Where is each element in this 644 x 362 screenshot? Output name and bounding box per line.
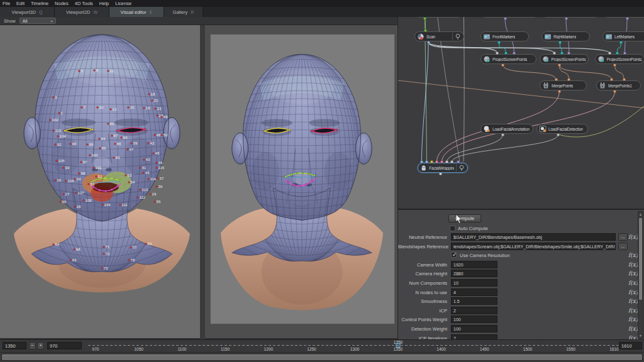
property-value-input[interactable]: 7 (451, 334, 497, 339)
expression-button[interactable]: f(x) (628, 298, 638, 304)
node-input-port[interactable] (440, 160, 443, 163)
expression-button[interactable]: f(x) (628, 270, 638, 277)
auto-compute-checkbox[interactable] (450, 226, 455, 231)
tab-viewport3d[interactable]: Viewport3DQ (0, 7, 55, 17)
expression-button[interactable]: f(x) (628, 234, 638, 240)
current-frame-marker[interactable] (396, 343, 400, 348)
node-input-port[interactable] (424, 29, 427, 32)
current-frame-input[interactable] (3, 342, 26, 349)
node-input-port[interactable] (435, 160, 438, 163)
graph-node-MergePoints[interactable]: MergePoints (540, 80, 587, 90)
node-input-port[interactable] (420, 160, 423, 163)
graph-node-ProjectScreenPoints1[interactable]: ProjectScreenPoints1 (540, 54, 589, 64)
property-value-input[interactable]: 4 (451, 288, 497, 296)
expression-button[interactable]: f(x) (628, 335, 638, 339)
range-start-input[interactable] (47, 342, 82, 349)
scrollbar-thumb[interactable] (639, 218, 642, 300)
node-input-port[interactable] (425, 160, 428, 163)
tab-viewport2d[interactable]: Viewport2DW (55, 7, 109, 17)
right-viewport-3d[interactable] (205, 25, 397, 338)
properties-scrollbar[interactable]: ▲ ▼ (638, 211, 643, 339)
graph-node-FrontMarkers[interactable]: FrontMarkers (480, 31, 529, 41)
menu-item-help[interactable]: Help (99, 1, 109, 6)
frame-increment-button[interactable]: + (37, 342, 44, 349)
menu-item-edit[interactable]: Edit (16, 1, 25, 6)
node-input-port[interactable] (513, 52, 516, 55)
property-value-input[interactable]: 1920 (451, 261, 497, 268)
expression-button[interactable]: f(x) (628, 326, 638, 332)
right-viewport-frame[interactable] (210, 34, 395, 324)
node-visibility-toggle[interactable] (452, 33, 462, 40)
expression-button[interactable]: f(x) (628, 307, 638, 314)
expression-button[interactable]: f(x) (628, 280, 638, 286)
node-visibility-toggle[interactable] (456, 164, 465, 172)
node-output-port[interactable] (501, 133, 504, 136)
node-output-port[interactable] (626, 17, 629, 20)
scrollbar-thumb[interactable] (2, 354, 642, 360)
property-value-input[interactable]: 10 (451, 279, 497, 287)
graph-node-ProjectScreenPoints2[interactable]: ProjectScreenPoints2 (595, 54, 644, 64)
node-output-port[interactable] (439, 172, 442, 175)
property-value-input[interactable]: 2 (451, 307, 497, 314)
node-input-port[interactable] (450, 160, 453, 163)
node-input-port[interactable] (430, 160, 433, 163)
node-input-port[interactable] (623, 78, 626, 81)
node-output-port[interactable] (558, 90, 561, 93)
property-checkbox[interactable] (451, 252, 457, 258)
node-output-port[interactable] (504, 17, 507, 20)
tab-gallery[interactable]: GalleryR (164, 7, 203, 17)
node-input-port[interactable] (567, 78, 570, 81)
menu-item-4d-tools[interactable]: 4D Tools (75, 1, 93, 6)
property-value-input[interactable]: 100 (451, 325, 497, 332)
graph-node-LoadFacialAnnotation[interactable]: LoadFacialAnnotation (480, 124, 533, 134)
node-input-port[interactable] (560, 52, 564, 55)
timeline-ruler[interactable] (88, 345, 619, 346)
scroll-up-icon[interactable]: ▲ (638, 212, 643, 217)
graph-node-Scan[interactable]: Scan (414, 31, 464, 41)
node-graph-panel[interactable]: ScanTextureFrontCameraRightCameraLeftCam… (397, 0, 644, 209)
left-viewport-3d[interactable]: 5811071013161918212324491102861031048487… (0, 25, 200, 338)
property-value-input[interactable]: 2880 (451, 270, 497, 277)
node-output-port[interactable] (565, 17, 568, 20)
node-input-port[interactable] (623, 52, 626, 55)
expression-button[interactable]: f(x) (628, 252, 638, 258)
tab-visual-editor[interactable]: Visual editorE (109, 7, 164, 17)
range-end-input[interactable] (619, 342, 642, 349)
frame-decrement-button[interactable]: − (29, 342, 36, 349)
menu-item-timeline[interactable]: Timeline (31, 1, 48, 6)
graph-node-RightMarkers[interactable]: RightMarkers (541, 31, 590, 41)
browse-button[interactable]: ... (618, 243, 628, 250)
node-output-port[interactable] (558, 41, 562, 44)
graph-node-LoadFacialDetection[interactable]: LoadFacialDetection (536, 124, 588, 134)
graph-node-MergePoints1[interactable]: MergePoints1 (596, 80, 641, 90)
node-input-port[interactable] (457, 160, 460, 163)
node-input-port[interactable] (555, 78, 558, 81)
node-output-port[interactable] (619, 41, 623, 44)
node-output-port[interactable] (497, 41, 501, 44)
compute-button[interactable]: Compute (448, 214, 481, 222)
property-value-input[interactable]: 100 (451, 315, 497, 323)
graph-node-FacialWrapping[interactable]: FacialWrapping (418, 163, 468, 173)
expression-button[interactable]: f(x) (628, 289, 638, 295)
menu-item-nodes[interactable]: Nodes (55, 1, 69, 6)
node-output-port[interactable] (557, 133, 560, 136)
scrollbar-track[interactable] (1, 354, 643, 361)
property-value-input[interactable]: 1.5 (451, 297, 497, 305)
graph-node-ProjectScreenPoints[interactable]: ProjectScreenPoints (480, 54, 536, 64)
show-filter-dropdown[interactable]: All ▾ (19, 18, 56, 24)
expression-button[interactable]: f(x) (628, 316, 638, 322)
scroll-down-icon[interactable]: ▼ (638, 333, 643, 338)
viewport-divider[interactable] (200, 25, 205, 339)
node-output-port[interactable] (427, 41, 430, 44)
property-value-input[interactable]: $GALLERY_DIR/Blendshapes/Basemesh.obj (451, 233, 616, 241)
node-input-port[interactable] (504, 52, 508, 55)
node-input-port[interactable] (553, 52, 556, 55)
menu-item-license[interactable]: License (115, 1, 131, 6)
browse-button[interactable]: ... (618, 233, 628, 241)
expression-button[interactable]: f(x) (628, 261, 638, 268)
timeline-scrollbar[interactable] (0, 352, 644, 362)
node-input-port[interactable] (445, 160, 448, 163)
menu-item-file[interactable]: File (3, 1, 10, 6)
node-output-port[interactable] (558, 63, 561, 67)
graph-node-LeftMarkers[interactable]: LeftMarkers (602, 31, 644, 41)
